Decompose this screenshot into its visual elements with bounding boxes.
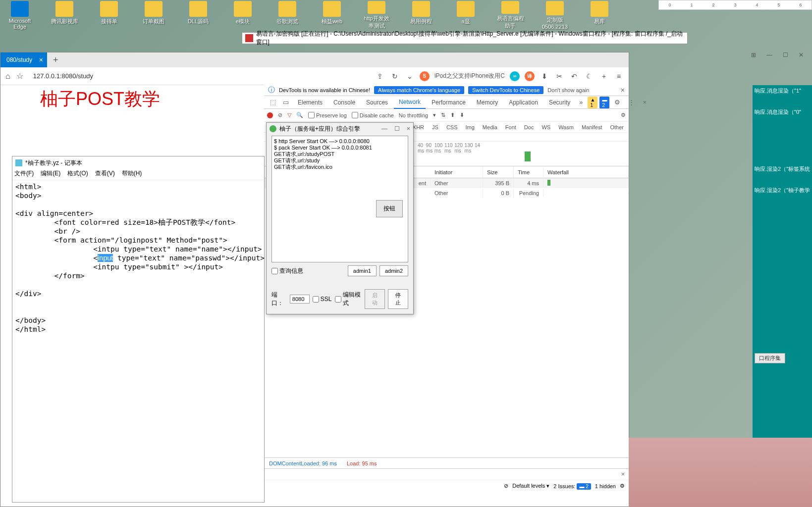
desktop-icon[interactable]: 腾讯影视库 [50,1,79,30]
filter-img[interactable]: Img [464,123,477,131]
console-settings-icon[interactable]: ⚙ [620,483,625,489]
notepad-text-area[interactable]: <html> <body> <div align=center> <font c… [12,180,264,336]
reload-icon[interactable]: ↻ [390,71,400,81]
elang-ide-titlebar[interactable]: 易语言-加密狗版 [正在运行] - C:\Users\Administrator… [242,32,688,44]
filter-wasm[interactable]: Wasm [556,123,576,131]
news-text[interactable]: iPod之父支持iPhone改用C [434,72,505,80]
desktop-icon[interactable]: http开发效率测试 [362,1,391,30]
admin1-button[interactable]: admin1 [348,265,377,276]
th-waterfall[interactable]: Waterfall [543,167,629,177]
desktop-icon[interactable]: 易语言编程助手 [495,1,525,30]
tab-security[interactable]: Security [544,97,575,108]
tab-close-icon[interactable]: × [39,56,43,64]
favorite-icon[interactable]: ☆ [16,71,23,81]
desktop-icon[interactable]: DLL源码 [183,1,213,30]
edit-mode-checkbox[interactable]: 编辑模式 [335,291,362,307]
url-bar[interactable]: 127.0.0.1:8080/study [29,70,369,82]
maximize-button[interactable]: ☐ [778,50,792,60]
maximize-icon[interactable]: ☐ [394,125,400,132]
minimize-icon[interactable]: — [381,125,387,132]
menu-view[interactable]: 查看(V) [95,169,115,180]
dont-show-again[interactable]: Don't show again [547,87,589,93]
desktop-icon[interactable]: 易库 [585,1,614,30]
edge-tab[interactable]: 080/study × [0,52,47,67]
switch-chinese-button[interactable]: Switch DevTools to Chinese [468,86,543,94]
upload-icon[interactable]: ⬆ [450,112,455,118]
scissors-icon[interactable]: ✂ [554,71,564,81]
th-initiator[interactable]: Initiator [431,167,483,177]
desktop-icon[interactable]: 易用例程 [406,1,436,30]
inspect-icon[interactable]: ⬚ [267,99,279,106]
filter-other[interactable]: Other [608,123,626,131]
close-button[interactable]: ✕ [794,50,808,60]
search-icon[interactable]: 🔍 [296,112,303,118]
home-icon[interactable]: ⌂ [5,72,10,81]
tab-application[interactable]: Application [504,97,543,108]
tab-memory[interactable]: Memory [472,97,503,108]
filter-css[interactable]: CSS [444,123,460,131]
throttling-select[interactable]: No throttling [399,112,428,118]
tab-elements[interactable]: Elements [293,97,327,108]
wifi-icon[interactable]: ⇅ [441,112,445,118]
desktop-icon[interactable]: 定制版0506.2213 [540,1,570,30]
query-info-checkbox[interactable]: 查询信息 [271,267,303,275]
info-badge[interactable]: ▬ 2 [599,97,609,108]
network-settings-icon[interactable]: ⚙ [621,112,626,118]
sogou-icon[interactable]: S [420,71,430,81]
download-har-icon[interactable]: ⬇ [460,112,464,118]
devtools-menu-icon[interactable]: ⋮ [625,99,638,106]
filter-doc[interactable]: Doc [522,123,536,131]
ext-icon-1[interactable]: ∞ [510,71,520,81]
device-icon[interactable]: ▭ [280,99,292,106]
warning-badge[interactable]: ▲ 1 [588,97,597,108]
dropdown-icon[interactable]: ⌄ [405,71,415,81]
clear-icon[interactable]: ⊘ [278,112,282,118]
server-log[interactable]: $ http Server Start OK —> 0.0.0.0:8080 $… [271,136,408,262]
settings-icon[interactable]: ⚙ [611,99,623,106]
stop-button[interactable]: 停止 [388,289,408,309]
menu-format[interactable]: 格式(O) [67,169,88,180]
port-input[interactable] [290,295,310,304]
menu-edit[interactable]: 编辑(E) [41,169,60,180]
desktop-icon[interactable]: a显 [451,1,481,30]
ssl-checkbox[interactable]: SSL [313,296,332,303]
add-icon[interactable]: + [599,71,609,81]
notepad-titlebar[interactable]: *柚子教学.yz - 记事本 [12,156,264,169]
console-clear-icon[interactable]: ⊘ [504,483,508,489]
console-close-icon[interactable]: × [621,471,625,478]
desktop-icon[interactable]: 谷歌浏览 [272,1,302,30]
start-button[interactable]: 启动 [365,289,385,309]
menu-file[interactable]: 文件(F) [14,169,34,180]
desktop-icon[interactable]: e模块 [228,1,258,30]
th-time[interactable]: Time [514,167,543,177]
close-icon[interactable]: × [407,125,410,132]
admin2-button[interactable]: admin2 [379,265,408,276]
tab-performance[interactable]: Performance [427,97,471,108]
button-generic[interactable]: 按钮 [376,200,403,217]
filter-media[interactable]: Media [481,123,499,131]
filter-manifest[interactable]: Manifest [580,123,604,131]
filter-icon[interactable]: ▽ [287,112,291,118]
share-icon[interactable]: ⇪ [375,71,385,81]
menu-help[interactable]: 帮助(H) [122,169,142,180]
desktop-icon[interactable]: 接得单 [94,1,124,30]
new-tab-button[interactable]: + [47,55,64,65]
filter-ws[interactable]: WS [540,123,552,131]
th-size[interactable]: Size [483,167,514,177]
match-language-button[interactable]: Always match Chrome's language [374,86,464,94]
filter-font[interactable]: Font [503,123,518,131]
tab-network[interactable]: Network [394,96,426,109]
tab-console[interactable]: Console [328,97,360,108]
more-tabs-icon[interactable]: » [576,99,586,106]
record-button[interactable] [267,112,273,118]
translate-icon[interactable]: 译 [525,71,535,81]
desktop-icon[interactable]: 订单截图 [139,1,168,30]
desktop-icon[interactable]: Microsoft Edge [5,1,35,30]
filter-js[interactable]: JS [430,123,440,131]
desktop-icon[interactable]: 柚益web [317,1,347,30]
server-titlebar[interactable]: 柚子（服务端+应用）综合引擎 — ☐ × [267,123,413,135]
program-set-tab[interactable]: 口程序集 [755,353,785,363]
layout-icon[interactable]: ⊞ [747,50,760,60]
moon-icon[interactable]: ☾ [584,71,594,81]
tab-sources[interactable]: Sources [361,97,393,108]
